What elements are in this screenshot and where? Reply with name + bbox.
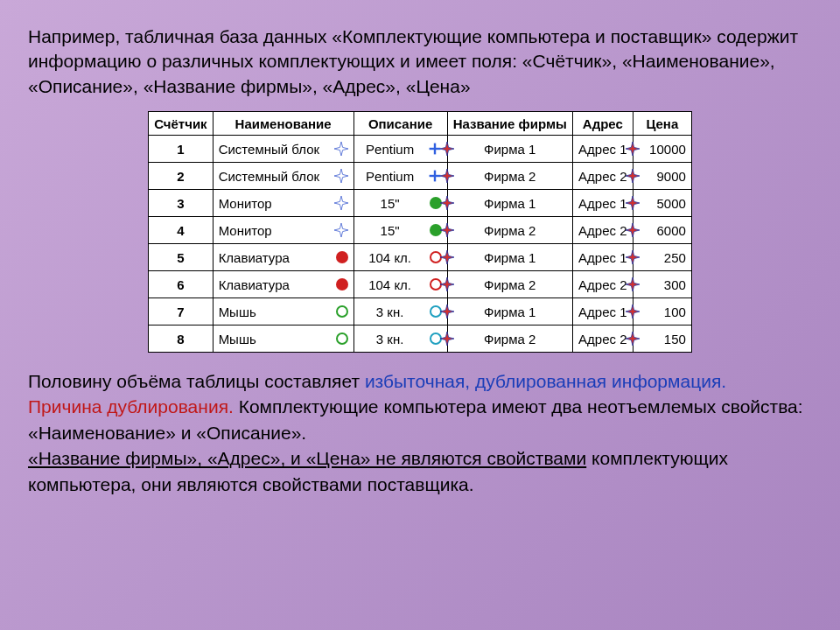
ring-icon <box>430 278 442 290</box>
star-icon <box>334 169 348 183</box>
cell-firm: Фирма 1 <box>447 298 572 326</box>
cell-name: Клавиатура <box>213 244 354 271</box>
plus-icon <box>428 142 442 156</box>
cell-name: Клавиатура <box>213 271 354 298</box>
cell-desc: 15" <box>354 190 447 217</box>
cell-name: Системный блок <box>213 136 354 163</box>
cell-counter: 8 <box>149 326 213 353</box>
cell-price: 100 <box>633 298 691 326</box>
cell-desc: Pentium <box>354 136 447 163</box>
cell-firm: Фирма 2 <box>447 163 572 190</box>
ring-icon <box>430 251 442 263</box>
dot-icon <box>336 251 348 263</box>
cell-addr: Адрес 1 <box>572 136 633 163</box>
star-icon <box>334 196 348 210</box>
star-icon <box>334 223 348 237</box>
cell-counter: 1 <box>149 136 213 163</box>
cell-price: 6000 <box>633 217 691 244</box>
cell-name: Монитор <box>213 190 354 217</box>
table-row: 8Мышь3 кн.Фирма 2Адрес 2150 <box>149 326 692 353</box>
table-row: 3Монитор15"Фирма 1Адрес 15000 <box>149 190 692 217</box>
cell-price: 10000 <box>633 136 691 163</box>
cell-desc: Pentium <box>354 163 447 190</box>
col-addr: Адрес <box>572 112 633 136</box>
cell-counter: 6 <box>149 271 213 298</box>
data-table: Счётчик Наименование Описание Название ф… <box>148 111 692 353</box>
cell-counter: 5 <box>149 244 213 271</box>
cell-addr: Адрес 2 <box>572 326 633 353</box>
dot-icon <box>430 224 442 236</box>
cell-counter: 4 <box>149 217 213 244</box>
ring-icon <box>430 305 442 318</box>
cell-addr: Адрес 2 <box>572 271 633 298</box>
reason-label: Причина дублирования. <box>28 396 234 416</box>
cell-desc: 3 кн. <box>354 298 447 326</box>
cell-price: 300 <box>633 271 691 298</box>
svg-marker-0 <box>334 142 348 156</box>
table-row: 1Системный блокPentiumФирма 1Адрес 11000… <box>149 136 692 163</box>
svg-marker-10 <box>334 196 348 210</box>
cell-name: Мышь <box>213 298 354 326</box>
cell-counter: 7 <box>149 298 213 326</box>
plus-icon <box>428 169 442 183</box>
table-row: 5Клавиатура104 кл.Фирма 1Адрес 1250 <box>149 244 692 271</box>
intro-paragraph: Например, табличная база данных «Комплек… <box>28 24 812 99</box>
cell-desc: 104 кл. <box>354 271 447 298</box>
table-row: 7Мышь3 кн.Фирма 1Адрес 1100 <box>149 298 692 326</box>
col-firm: Название фирмы <box>447 112 572 136</box>
cell-firm: Фирма 2 <box>447 271 572 298</box>
cell-firm: Фирма 1 <box>447 244 572 271</box>
col-counter: Счётчик <box>149 112 213 136</box>
cell-price: 150 <box>633 326 691 353</box>
ring-icon <box>430 332 442 345</box>
supplier-fields-underline: «Название фирмы», «Адрес», и «Цена» не я… <box>28 448 586 468</box>
svg-marker-5 <box>334 169 348 183</box>
cell-desc: 104 кл. <box>354 244 447 271</box>
cell-firm: Фирма 1 <box>447 190 572 217</box>
dot-icon <box>430 197 442 209</box>
star-icon <box>334 142 348 156</box>
dot-icon <box>336 278 348 290</box>
cell-price: 250 <box>633 244 691 271</box>
cell-price: 9000 <box>633 163 691 190</box>
cell-addr: Адрес 2 <box>572 163 633 190</box>
cell-firm: Фирма 1 <box>447 136 572 163</box>
cell-name: Монитор <box>213 217 354 244</box>
cell-addr: Адрес 1 <box>572 298 633 326</box>
cell-name: Мышь <box>213 326 354 353</box>
cell-addr: Адрес 1 <box>572 244 633 271</box>
col-price: Цена <box>633 112 691 136</box>
cell-addr: Адрес 1 <box>572 190 633 217</box>
cell-desc: 3 кн. <box>354 326 447 353</box>
table-row: 6Клавиатура104 кл.Фирма 2Адрес 2300 <box>149 271 692 298</box>
cell-firm: Фирма 2 <box>447 217 572 244</box>
table-header-row: Счётчик Наименование Описание Название ф… <box>149 112 692 136</box>
ring-icon <box>336 305 348 318</box>
table-row: 4Монитор15"Фирма 2Адрес 26000 <box>149 217 692 244</box>
cell-addr: Адрес 2 <box>572 217 633 244</box>
table-row: 2Системный блокPentiumФирма 2Адрес 29000 <box>149 163 692 190</box>
cell-name: Системный блок <box>213 163 354 190</box>
ring-icon <box>336 332 348 345</box>
cell-firm: Фирма 2 <box>447 326 572 353</box>
col-desc: Описание <box>354 112 447 136</box>
cell-price: 5000 <box>633 190 691 217</box>
cell-counter: 2 <box>149 163 213 190</box>
col-name: Наименование <box>213 112 354 136</box>
svg-marker-13 <box>334 223 348 237</box>
redundant-info-emphasis: избыточная, дублированная информация. <box>365 371 726 391</box>
text: Половину объёма таблицы составляет <box>28 371 365 391</box>
cell-desc: 15" <box>354 217 447 244</box>
explanation-block: Половину объёма таблицы составляет избыт… <box>28 368 812 497</box>
cell-counter: 3 <box>149 190 213 217</box>
